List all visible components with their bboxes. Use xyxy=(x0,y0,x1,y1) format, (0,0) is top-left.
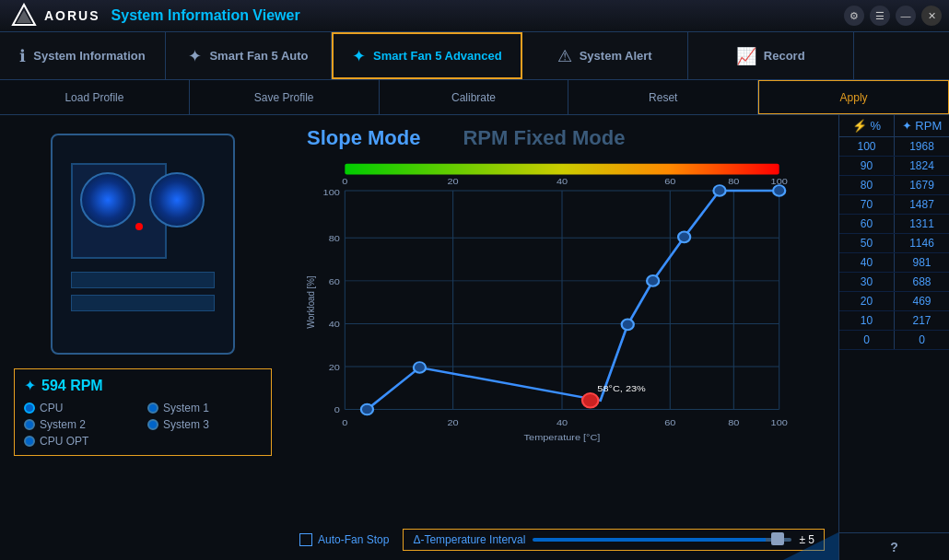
rpm-pct-cell[interactable]: 70 xyxy=(839,195,895,214)
bottom-controls: Auto-Fan Stop Δ-Temperature Interval ± 5 xyxy=(299,529,825,551)
tab-system-alert[interactable]: ⚠ System Alert xyxy=(522,32,688,79)
minimize-button[interactable]: — xyxy=(896,6,916,26)
rpm-pct-cell[interactable]: 60 xyxy=(839,215,895,233)
svg-marker-1 xyxy=(17,10,31,23)
rpm-table-row: 70 1487 xyxy=(839,195,949,215)
svg-text:40: 40 xyxy=(329,320,340,329)
svg-text:100: 100 xyxy=(771,418,789,427)
fan-curve-chart: 0 20 40 60 80 100 xyxy=(299,159,825,454)
delta-temp-slider[interactable] xyxy=(533,538,791,542)
right-panel: ⚡ % ✦ RPM 100 1968 90 1824 80 1679 70 14… xyxy=(838,115,949,560)
tab-record[interactable]: 📈 Record xyxy=(688,32,854,79)
window-controls: ⚙ ☰ — ✕ xyxy=(844,6,942,26)
pc-indicator-dot xyxy=(135,223,143,230)
fan-info-box: ✦ 594 RPM CPU System 1 System 2 xyxy=(14,368,272,456)
system-alert-icon: ⚠ xyxy=(557,46,572,66)
rpm-pct-cell[interactable]: 40 xyxy=(839,253,895,272)
svg-text:80: 80 xyxy=(728,177,739,186)
rpm-value-cell[interactable]: 217 xyxy=(895,311,949,330)
rpm-pct-cell[interactable]: 90 xyxy=(839,157,895,175)
delta-temp-label: Δ-Temperature Interval xyxy=(413,533,525,546)
app-title: System Information Viewer xyxy=(111,7,300,24)
rpm-value-cell[interactable]: 688 xyxy=(895,273,949,291)
svg-point-35 xyxy=(361,404,373,415)
svg-point-42 xyxy=(773,185,785,196)
fan-source-cpu-label: CPU xyxy=(40,402,63,414)
rpm-pct-cell[interactable]: 0 xyxy=(839,331,895,349)
fan-source-cpu-opt[interactable]: CPU OPT xyxy=(24,435,138,448)
tab-smart-fan-auto-label: Smart Fan 5 Auto xyxy=(209,49,308,63)
fan-rpm-value: 594 RPM xyxy=(41,378,103,394)
rpm-table-row: 40 981 xyxy=(839,253,949,273)
rpm-value-cell[interactable]: 1146 xyxy=(895,234,949,252)
rpm-value-cell[interactable]: 981 xyxy=(895,253,949,272)
fan-source-cpu[interactable]: CPU xyxy=(24,402,138,414)
tab-system-info[interactable]: ℹ System Information xyxy=(0,32,166,79)
rpm-table-row: 60 1311 xyxy=(839,215,949,234)
pct-label: % xyxy=(871,119,882,133)
rpm-value-cell[interactable]: 1679 xyxy=(895,176,949,194)
record-icon: 📈 xyxy=(736,46,756,66)
load-profile-button[interactable]: Load Profile xyxy=(0,80,190,114)
smart-fan-advanced-icon: ✦ xyxy=(352,46,366,66)
rpm-pct-header: ⚡ % xyxy=(839,115,895,136)
rpm-rpm-header: ✦ RPM xyxy=(895,115,949,136)
pc-drive-bay-1 xyxy=(71,272,215,288)
svg-point-37 xyxy=(582,393,599,408)
rpm-value-cell[interactable]: 0 xyxy=(895,331,949,349)
auto-fan-stop-toggle[interactable]: Auto-Fan Stop xyxy=(299,533,389,546)
svg-text:58°C, 23%: 58°C, 23% xyxy=(597,384,645,393)
left-panel: ✦ 594 RPM CPU System 1 System 2 xyxy=(0,115,286,560)
rpm-value-cell[interactable]: 1824 xyxy=(895,157,949,175)
center-panel: Slope Mode RPM Fixed Mode 0 20 xyxy=(286,115,838,560)
header: AORUS System Information Viewer ⚙ ☰ — ✕ xyxy=(0,0,949,32)
rpm-pct-cell[interactable]: 20 xyxy=(839,292,895,310)
toolbar: Load Profile Save Profile Calibrate Rese… xyxy=(0,80,949,115)
fan-source-system1[interactable]: System 1 xyxy=(147,402,262,414)
apply-button[interactable]: Apply xyxy=(758,80,949,114)
mode-buttons: Slope Mode RPM Fixed Mode xyxy=(299,124,825,152)
fan-source-system2-label: System 2 xyxy=(40,418,86,431)
rpm-label: RPM xyxy=(915,119,942,133)
help-button[interactable]: ? xyxy=(839,532,949,560)
fan-spinning-icon: ✦ xyxy=(24,377,36,394)
tab-smart-fan-advanced[interactable]: ✦ Smart Fan 5 Advanced xyxy=(332,32,522,79)
menu-button[interactable]: ☰ xyxy=(870,6,890,26)
save-profile-button[interactable]: Save Profile xyxy=(190,80,380,114)
settings-button[interactable]: ⚙ xyxy=(844,6,864,26)
rpm-icon: ✦ xyxy=(902,119,912,133)
aorus-logo-icon xyxy=(11,3,37,29)
svg-text:0: 0 xyxy=(342,177,347,186)
fan-source-system2[interactable]: System 2 xyxy=(24,418,138,431)
rpm-value-cell[interactable]: 1311 xyxy=(895,215,949,233)
rpm-pct-cell[interactable]: 10 xyxy=(839,311,895,330)
svg-text:60: 60 xyxy=(664,418,675,427)
svg-text:60: 60 xyxy=(329,276,340,286)
svg-text:40: 40 xyxy=(557,177,568,186)
radio-system3 xyxy=(147,419,158,430)
pc-fan-right xyxy=(149,172,205,228)
reset-button[interactable]: Reset xyxy=(568,80,758,114)
svg-text:40: 40 xyxy=(557,418,568,427)
fan-source-system3[interactable]: System 3 xyxy=(147,418,262,431)
slope-mode-button[interactable]: Slope Mode xyxy=(299,124,428,152)
close-button[interactable]: ✕ xyxy=(921,6,942,26)
rpm-value-cell[interactable]: 1487 xyxy=(895,195,949,214)
rpm-pct-cell[interactable]: 100 xyxy=(839,137,895,156)
svg-point-39 xyxy=(647,275,659,286)
tab-record-label: Record xyxy=(764,49,805,63)
rpm-pct-cell[interactable]: 30 xyxy=(839,273,895,291)
decorative-triangle xyxy=(783,532,838,560)
rpm-pct-cell[interactable]: 50 xyxy=(839,234,895,252)
rpm-value-cell[interactable]: 469 xyxy=(895,292,949,310)
rpm-fixed-mode-button[interactable]: RPM Fixed Mode xyxy=(455,124,632,152)
pc-case xyxy=(51,134,235,355)
rpm-pct-cell[interactable]: 80 xyxy=(839,176,895,194)
svg-point-41 xyxy=(713,185,725,196)
auto-fan-stop-checkbox[interactable] xyxy=(299,533,312,546)
radio-system1 xyxy=(147,402,158,414)
tab-smart-fan-auto[interactable]: ✦ Smart Fan 5 Auto xyxy=(166,32,332,79)
rpm-value-cell[interactable]: 1968 xyxy=(895,137,949,156)
logo-text: AORUS xyxy=(44,8,100,23)
calibrate-button[interactable]: Calibrate xyxy=(380,80,569,114)
